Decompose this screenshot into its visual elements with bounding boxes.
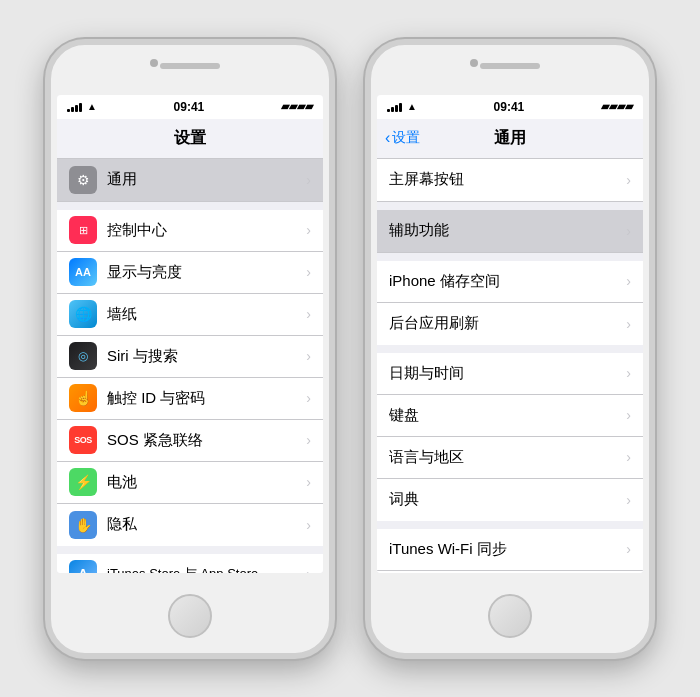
chevron-itunes-wifi: › xyxy=(626,541,631,557)
phone-camera-2 xyxy=(470,59,478,67)
signal-bar-2-2 xyxy=(391,107,394,112)
chevron-datetime: › xyxy=(626,365,631,381)
gap-2 xyxy=(57,546,323,554)
gap-1 xyxy=(57,202,323,210)
settings-item-language[interactable]: 语言与地区 › xyxy=(377,437,643,479)
status-time-2: 09:41 xyxy=(494,100,525,114)
nav-back-button[interactable]: ‹ 设置 xyxy=(385,129,420,147)
phone-screen-2: ▲ 09:41 ▰▰▰▰ ‹ 设置 通用 主屏幕按钮 › xyxy=(377,95,643,573)
status-time: 09:41 xyxy=(174,100,205,114)
icon-privacy: ✋ xyxy=(69,511,97,539)
nav-bar-1: 设置 xyxy=(57,119,323,159)
chevron-wallpaper: › xyxy=(306,306,311,322)
home-button-1[interactable] xyxy=(168,594,212,638)
label-battery: 电池 xyxy=(107,473,306,492)
signal-bars-2 xyxy=(387,102,402,112)
section-1: ⚙ 通用 › xyxy=(57,159,323,202)
label-storage: iPhone 储存空间 xyxy=(389,272,626,291)
settings-item-general[interactable]: ⚙ 通用 › xyxy=(57,159,323,201)
label-bg-refresh: 后台应用刷新 xyxy=(389,314,626,333)
battery-icon-2: ▰▰▰▰ xyxy=(601,100,633,113)
status-right-2: ▰▰▰▰ xyxy=(601,100,633,113)
chevron-dictionary: › xyxy=(626,492,631,508)
label-language: 语言与地区 xyxy=(389,448,626,467)
settings-item-battery[interactable]: ⚡ 电池 › xyxy=(57,462,323,504)
settings-item-storage[interactable]: iPhone 储存空间 › xyxy=(377,261,643,303)
chevron-sos: › xyxy=(306,432,311,448)
settings-item-privacy[interactable]: ✋ 隐私 › xyxy=(57,504,323,546)
section-2-5: iTunes Wi-Fi 同步 › VPN 未连接 › xyxy=(377,529,643,573)
settings-item-sos[interactable]: SOS SOS 紧急联络 › xyxy=(57,420,323,462)
settings-item-wallpaper[interactable]: 🌐 墙纸 › xyxy=(57,294,323,336)
icon-touch: ☝ xyxy=(69,384,97,412)
settings-item-control[interactable]: ⊞ 控制中心 › xyxy=(57,210,323,252)
settings-item-display[interactable]: AA 显示与亮度 › xyxy=(57,252,323,294)
phone-speaker xyxy=(160,63,220,69)
wifi-icon: ▲ xyxy=(87,101,97,112)
label-accessibility: 辅助功能 xyxy=(389,221,626,240)
label-keyboard: 键盘 xyxy=(389,406,626,425)
phone-speaker-2 xyxy=(480,63,540,69)
label-home-button: 主屏幕按钮 xyxy=(389,170,626,189)
settings-item-siri[interactable]: ◎ Siri 与搜索 › xyxy=(57,336,323,378)
chevron-privacy: › xyxy=(306,517,311,533)
chevron-bg-refresh: › xyxy=(626,316,631,332)
settings-list-1: ⚙ 通用 › ⊞ 控制中心 › AA 显示与亮度 xyxy=(57,159,323,573)
settings-item-home-button[interactable]: 主屏幕按钮 › xyxy=(377,159,643,201)
phone-screen: ▲ 09:41 ▰▰▰▰ 设置 ⚙ 通用 › xyxy=(57,95,323,573)
icon-sos: SOS xyxy=(69,426,97,454)
chevron-accessibility: › xyxy=(626,223,631,239)
chevron-control: › xyxy=(306,222,311,238)
status-left-2: ▲ xyxy=(387,101,417,112)
chevron-home-button: › xyxy=(626,172,631,188)
chevron-language: › xyxy=(626,449,631,465)
settings-item-appstore[interactable]: A iTunes Store 与 App Store › xyxy=(57,554,323,573)
signal-bars xyxy=(67,102,82,112)
nav-title-1: 设置 xyxy=(174,128,206,149)
chevron-storage: › xyxy=(626,273,631,289)
label-display: 显示与亮度 xyxy=(107,263,306,282)
status-left: ▲ xyxy=(67,101,97,112)
status-right: ▰▰▰▰ xyxy=(281,100,313,113)
gap2-4 xyxy=(377,521,643,529)
chevron-keyboard: › xyxy=(626,407,631,423)
settings-item-accessibility[interactable]: 辅助功能 › xyxy=(377,210,643,252)
phone-camera xyxy=(150,59,158,67)
settings-item-keyboard[interactable]: 键盘 › xyxy=(377,395,643,437)
section-2-2: 辅助功能 › xyxy=(377,210,643,253)
battery-icon: ▰▰▰▰ xyxy=(281,100,313,113)
chevron-general: › xyxy=(306,172,311,188)
settings-item-itunes-wifi[interactable]: iTunes Wi-Fi 同步 › xyxy=(377,529,643,571)
icon-battery: ⚡ xyxy=(69,468,97,496)
chevron-touch: › xyxy=(306,390,311,406)
settings-item-bg-refresh[interactable]: 后台应用刷新 › xyxy=(377,303,643,345)
status-bar: ▲ 09:41 ▰▰▰▰ xyxy=(57,95,323,119)
nav-bar-2: ‹ 设置 通用 xyxy=(377,119,643,159)
status-bar-2: ▲ 09:41 ▰▰▰▰ xyxy=(377,95,643,119)
label-touch: 触控 ID 与密码 xyxy=(107,389,306,408)
chevron-display: › xyxy=(306,264,311,280)
icon-control: ⊞ xyxy=(69,216,97,244)
gap2-1 xyxy=(377,202,643,210)
label-privacy: 隐私 xyxy=(107,515,306,534)
phone-1: ▲ 09:41 ▰▰▰▰ 设置 ⚙ 通用 › xyxy=(45,39,335,659)
settings-item-vpn[interactable]: VPN 未连接 › xyxy=(377,571,643,573)
gap2-2 xyxy=(377,253,643,261)
settings-item-touch[interactable]: ☝ 触控 ID 与密码 › xyxy=(57,378,323,420)
label-appstore: iTunes Store 与 App Store xyxy=(107,565,306,573)
signal-bar-1 xyxy=(67,109,70,112)
chevron-battery: › xyxy=(306,474,311,490)
label-siri: Siri 与搜索 xyxy=(107,347,306,366)
icon-appstore: A xyxy=(69,560,97,573)
section-2-1: 主屏幕按钮 › xyxy=(377,159,643,202)
chevron-appstore: › xyxy=(306,566,311,573)
label-wallpaper: 墙纸 xyxy=(107,305,306,324)
settings-item-datetime[interactable]: 日期与时间 › xyxy=(377,353,643,395)
settings-item-dictionary[interactable]: 词典 › xyxy=(377,479,643,521)
section-2-3: iPhone 储存空间 › 后台应用刷新 › xyxy=(377,261,643,345)
signal-bar-3 xyxy=(75,105,78,112)
wifi-icon-2: ▲ xyxy=(407,101,417,112)
section-2: ⊞ 控制中心 › AA 显示与亮度 › 🌐 墙纸 › xyxy=(57,210,323,546)
home-button-2[interactable] xyxy=(488,594,532,638)
label-itunes-wifi: iTunes Wi-Fi 同步 xyxy=(389,540,626,559)
